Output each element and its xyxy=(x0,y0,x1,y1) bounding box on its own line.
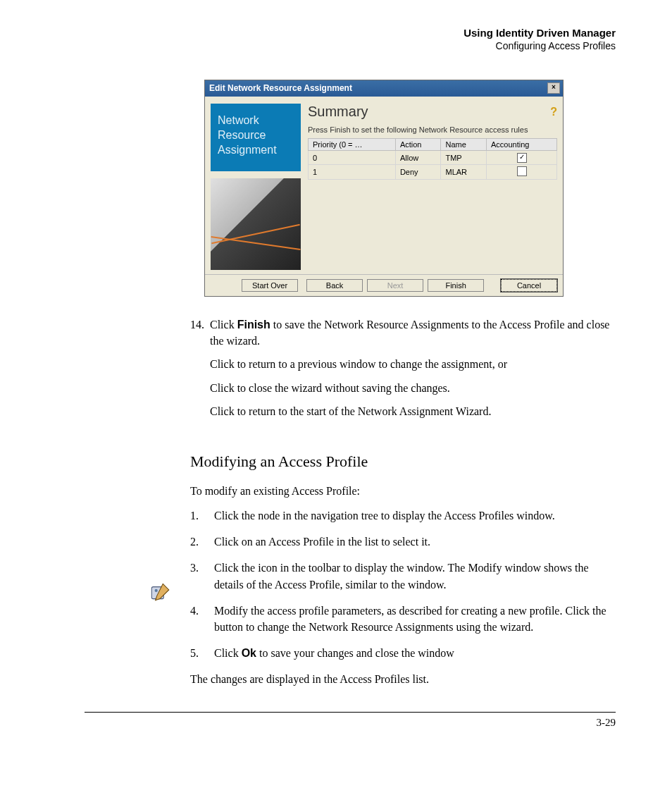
svg-point-1 xyxy=(155,589,158,592)
cell-priority: 0 xyxy=(309,151,396,165)
back-button[interactable]: Back xyxy=(306,279,363,292)
dialog-titlebar: Edit Network Resource Assignment × xyxy=(205,80,563,97)
step-2: 2. Click on an Access Profile in the lis… xyxy=(190,534,616,550)
header-subtitle: Configuring Access Profiles xyxy=(85,40,616,51)
step-number: 3. xyxy=(190,560,214,592)
col-accounting[interactable]: Accounting xyxy=(487,139,557,151)
summary-heading-row: Summary ? xyxy=(308,104,557,120)
dialog-screenshot: Edit Network Resource Assignment × Netwo… xyxy=(204,80,616,297)
cell-accounting xyxy=(487,165,557,180)
step-text: Click the node in the navigation tree to… xyxy=(214,507,616,524)
step-number: 14. xyxy=(190,316,210,426)
step-14-sub1: Click to return to a previous window to … xyxy=(210,356,616,372)
footer-rule xyxy=(85,712,616,713)
txt: to save the Network Resource Assignments… xyxy=(210,319,609,347)
step-14-sub2: Click to close the wizard without saving… xyxy=(210,380,616,396)
step-number: 2. xyxy=(190,534,214,550)
cell-name: TMP xyxy=(441,151,487,165)
step-14-sub3: Click to return to the start of the Netw… xyxy=(210,403,616,419)
step-text: Click Ok to save your changes and close … xyxy=(214,645,616,661)
header-title: Using Identity Driven Manager xyxy=(85,27,616,39)
step-3: 3. Click the icon in the toolbar to disp… xyxy=(190,560,616,592)
cell-action: Allow xyxy=(395,151,441,165)
finish-label: Finish xyxy=(237,319,270,331)
page-number: 3-29 xyxy=(85,717,616,729)
step-number: 4. xyxy=(190,603,214,635)
wizard-sidebar-title: Network Resource Assignment xyxy=(211,104,301,171)
table-header-row: Priority (0 = … Action Name Accounting xyxy=(309,139,557,151)
table-row[interactable]: 1 Deny MLAR xyxy=(309,165,557,180)
step-number: 1. xyxy=(190,507,214,524)
step-text: Click on an Access Profile in the list t… xyxy=(214,534,616,550)
accounting-checkbox[interactable] xyxy=(517,166,527,176)
rules-table: Priority (0 = … Action Name Accounting 0… xyxy=(308,138,557,180)
txt: Click xyxy=(210,319,237,331)
closing-text: The changes are displayed in the Access … xyxy=(190,671,616,687)
sidebar-line3: Assignment xyxy=(218,143,294,158)
sidebar-line1: Network xyxy=(218,113,294,128)
accounting-checkbox[interactable]: ✓ xyxy=(517,153,527,163)
step-text: Click the icon in the toolbar to display… xyxy=(214,560,616,592)
cell-action: Deny xyxy=(395,165,441,180)
step-text: Click Finish to save the Network Resourc… xyxy=(210,316,616,426)
edit-network-resource-dialog: Edit Network Resource Assignment × Netwo… xyxy=(204,80,564,297)
start-over-button[interactable]: Start Over xyxy=(242,279,298,292)
txt: to save your changes and close the windo… xyxy=(256,647,454,659)
help-icon[interactable]: ? xyxy=(550,106,557,118)
next-button: Next xyxy=(367,279,423,292)
ok-label: Ok xyxy=(242,647,256,659)
modify-steps: 1. Click the node in the navigation tree… xyxy=(190,507,616,661)
col-priority[interactable]: Priority (0 = … xyxy=(309,139,396,151)
step-14: 14. Click Finish to save the Network Res… xyxy=(190,316,616,426)
step-4: 4. Modify the access profile parameters,… xyxy=(190,603,616,635)
txt: Click xyxy=(214,647,242,659)
modify-intro: To modify an existing Access Profile: xyxy=(190,483,616,499)
modify-access-profile-icon xyxy=(148,579,170,602)
dialog-title: Edit Network Resource Assignment xyxy=(209,83,352,93)
wizard-sidebar: Network Resource Assignment xyxy=(211,104,301,270)
step-number: 5. xyxy=(190,645,214,661)
sidebar-line2: Resource xyxy=(218,128,294,143)
cell-accounting: ✓ xyxy=(487,151,557,165)
wizard-sidebar-image xyxy=(211,178,301,270)
table-row[interactable]: 0 Allow TMP ✓ xyxy=(309,151,557,165)
summary-heading: Summary xyxy=(308,104,368,120)
col-action[interactable]: Action xyxy=(395,139,441,151)
cell-priority: 1 xyxy=(309,165,396,180)
step-5: 5. Click Ok to save your changes and clo… xyxy=(190,645,616,661)
cancel-button[interactable]: Cancel xyxy=(501,279,557,292)
close-icon[interactable]: × xyxy=(547,82,560,94)
col-name[interactable]: Name xyxy=(441,139,487,151)
running-header: Using Identity Driven Manager Configurin… xyxy=(85,27,616,51)
wizard-main-panel: Summary ? Press Finish to set the follow… xyxy=(308,104,557,270)
summary-instruction: Press Finish to set the following Networ… xyxy=(308,125,557,134)
step-1: 1. Click the node in the navigation tree… xyxy=(190,507,616,524)
wizard-button-row: Start Over Back Next Finish Cancel xyxy=(205,274,563,296)
step-text: Modify the access profile parameters, as… xyxy=(214,603,616,635)
section-heading: Modifying an Access Profile xyxy=(190,450,616,473)
finish-button[interactable]: Finish xyxy=(428,279,484,292)
cell-name: MLAR xyxy=(441,165,487,180)
